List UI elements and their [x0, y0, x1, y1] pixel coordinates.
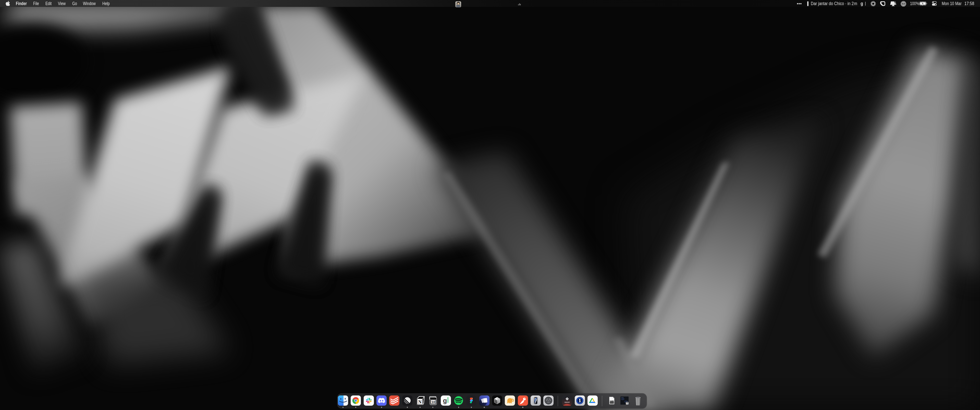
svg-text:raycast: raycast — [565, 401, 570, 403]
svg-text:10: 10 — [431, 400, 435, 404]
svg-text:N: N — [418, 399, 422, 405]
svg-text:g: g — [443, 397, 447, 404]
svg-text:11: 11 — [627, 403, 628, 404]
